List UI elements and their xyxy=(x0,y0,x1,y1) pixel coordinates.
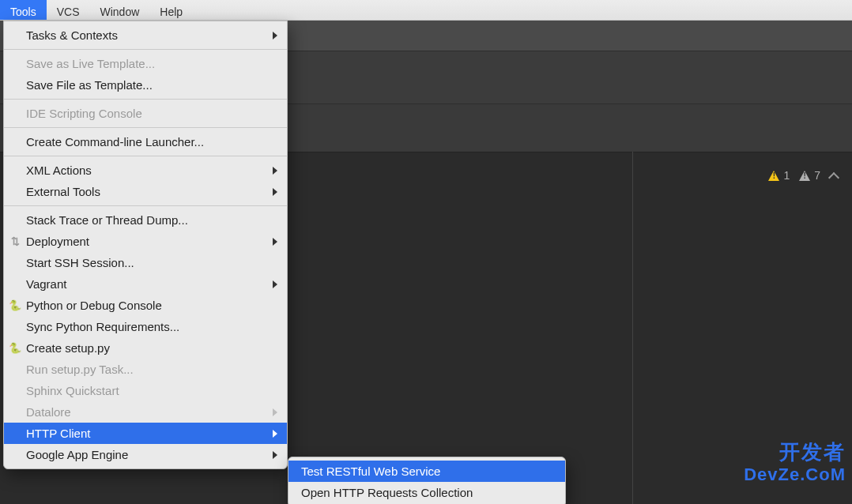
menubar-item-label: Tools xyxy=(10,6,36,18)
menu-item-ide-scripting-console: IDE Scripting Console xyxy=(4,103,287,124)
deploy-icon: ⇅ xyxy=(9,235,21,248)
submenu-arrow-icon xyxy=(273,32,277,39)
menu-item-label: Stack Trace or Thread Dump... xyxy=(26,213,277,227)
menu-item-label: XML Actions xyxy=(26,164,273,177)
menu-item-datalore: Datalore xyxy=(4,401,287,423)
menu-item-start-ssh-session[interactable]: Start SSH Session... xyxy=(4,252,287,273)
menu-item-stack-trace-or-thread-dump[interactable]: Stack Trace or Thread Dump... xyxy=(4,209,287,231)
menu-item-label: Create setup.py xyxy=(26,341,277,355)
menu-item-xml-actions[interactable]: XML Actions xyxy=(4,160,287,181)
submenu-item-test-restful-web-service[interactable]: Test RESTful Web Service xyxy=(288,461,565,482)
warning-yellow-count: 1 xyxy=(783,169,790,182)
menu-separator xyxy=(4,49,287,50)
submenu-item-label: Open HTTP Requests Collection xyxy=(301,486,473,499)
menu-item-external-tools[interactable]: External Tools xyxy=(4,181,287,202)
menu-item-label: Create Command-line Launcher... xyxy=(26,135,277,149)
menu-separator xyxy=(4,99,287,100)
menu-item-http-client[interactable]: HTTP Client xyxy=(4,423,287,444)
submenu-arrow-icon xyxy=(273,430,277,438)
menu-separator xyxy=(4,205,287,206)
chevron-up-icon[interactable] xyxy=(828,172,839,183)
menu-item-label: IDE Scripting Console xyxy=(26,107,277,120)
menu-item-python-or-debug-console[interactable]: 🐍Python or Debug Console xyxy=(4,295,287,316)
warning-badge-yellow[interactable]: ! 1 xyxy=(768,169,790,182)
menu-item-sphinx-quickstart: Sphinx Quickstart xyxy=(4,380,287,401)
menubar-item-vcs[interactable]: VCS xyxy=(47,0,90,20)
submenu-arrow-icon xyxy=(273,167,277,175)
menu-item-deployment[interactable]: ⇅Deployment xyxy=(4,231,287,252)
menu-item-create-setup-py[interactable]: 🐍Create setup.py xyxy=(4,337,287,359)
menu-item-run-setup-py-task: Run setup.py Task... xyxy=(4,359,287,380)
menu-item-label: Sphinx Quickstart xyxy=(26,384,277,397)
menu-separator xyxy=(4,127,287,128)
menubar-item-window[interactable]: Window xyxy=(89,0,149,20)
menu-item-label: Python or Debug Console xyxy=(26,299,277,312)
menu-item-tasks-contexts[interactable]: Tasks & Contexts xyxy=(4,24,287,46)
menu-item-label: Google App Engine xyxy=(26,448,273,461)
editor-inspection-badges: ! 1 ! 7 xyxy=(768,169,838,182)
submenu-arrow-icon xyxy=(273,188,277,196)
menubar-item-label: Window xyxy=(100,6,139,18)
submenu-arrow-icon xyxy=(273,280,277,288)
warning-badge-gray[interactable]: ! 7 xyxy=(799,169,820,182)
menu-item-label: Save as Live Template... xyxy=(26,57,277,70)
menu-item-sync-python-requirements[interactable]: Sync Python Requirements... xyxy=(4,316,287,337)
submenu-arrow-icon xyxy=(273,238,277,246)
submenu-arrow-icon xyxy=(273,451,277,459)
warning-triangle-icon: ! xyxy=(799,171,810,181)
menubar: ToolsVCSWindowHelp xyxy=(0,0,852,21)
menubar-item-help[interactable]: Help xyxy=(149,0,193,20)
menu-item-label: Vagrant xyxy=(26,277,273,291)
menu-item-label: Run setup.py Task... xyxy=(26,363,277,376)
submenu-item-open-http-requests-collection[interactable]: Open HTTP Requests Collection xyxy=(288,482,565,503)
menubar-item-label: VCS xyxy=(57,6,80,18)
menu-item-create-command-line-launcher[interactable]: Create Command-line Launcher... xyxy=(4,131,287,152)
menu-item-label: Sync Python Requirements... xyxy=(26,320,277,333)
submenu-item-label: Test RESTful Web Service xyxy=(301,465,440,478)
menu-separator xyxy=(4,156,287,156)
http-client-submenu: Test RESTful Web ServiceOpen HTTP Reques… xyxy=(288,457,566,504)
menu-item-label: Deployment xyxy=(26,235,273,248)
python-icon: 🐍 xyxy=(9,342,21,355)
menu-item-vagrant[interactable]: Vagrant xyxy=(4,273,287,295)
menu-item-label: Datalore xyxy=(26,405,273,419)
warning-triangle-icon: ! xyxy=(768,171,779,181)
menu-item-label: Start SSH Session... xyxy=(26,256,277,269)
menubar-item-label: Help xyxy=(160,6,183,18)
menu-item-label: External Tools xyxy=(26,185,273,198)
menu-item-google-app-engine[interactable]: Google App Engine xyxy=(4,444,287,465)
editor-vertical-splitter[interactable] xyxy=(632,152,633,504)
menu-item-save-as-live-template: Save as Live Template... xyxy=(4,53,287,74)
menubar-item-tools[interactable]: Tools xyxy=(0,0,47,20)
warning-gray-count: 7 xyxy=(814,169,820,182)
menu-item-label: Tasks & Contexts xyxy=(26,28,273,42)
menu-item-label: HTTP Client xyxy=(26,427,273,440)
submenu-arrow-icon xyxy=(273,408,277,416)
tools-menu-dropdown: Tasks & ContextsSave as Live Template...… xyxy=(3,21,288,469)
menu-item-save-file-as-template[interactable]: Save File as Template... xyxy=(4,74,287,96)
menu-item-label: Save File as Template... xyxy=(26,78,277,92)
python-icon: 🐍 xyxy=(9,299,21,312)
